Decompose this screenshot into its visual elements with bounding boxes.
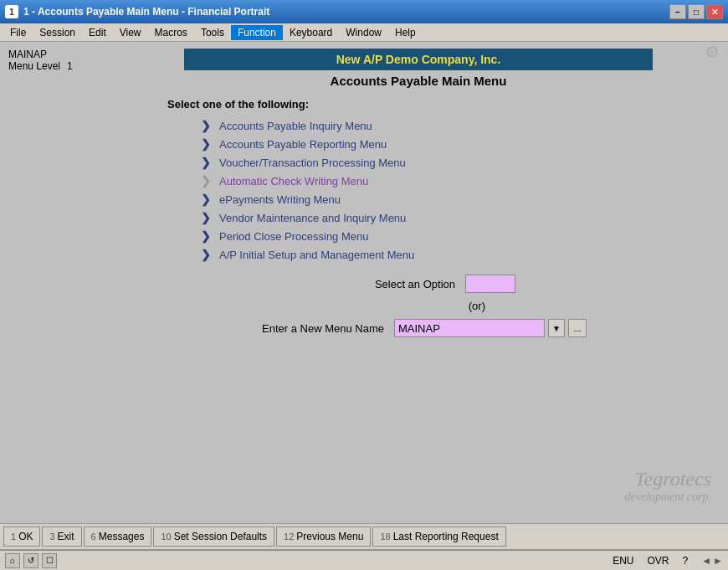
menu-name-input[interactable] [394,319,545,337]
menu-link[interactable]: Voucher/Transaction Processing Menu [219,157,406,169]
list-item[interactable]: ❯ Accounts Payable Inquiry Menu [201,119,720,132]
title-bar: 1 1 - Accounts Payable Main Menu - Finan… [0,0,728,23]
menu-view[interactable]: View [113,25,148,40]
status-mode: ENU [613,555,633,567]
list-item[interactable]: ❯ A/P Initial Setup and Management Menu [201,248,720,261]
status-ovr: OVR [648,555,669,567]
menu-link[interactable]: Accounts Payable Reporting Menu [219,138,387,151]
menu-level-row: Menu Level 1 [8,60,117,72]
menu-name-row: Enter a New Menu Name ▼ ... [250,319,587,337]
menu-keyboard[interactable]: Keyboard [283,25,339,40]
or-row: (or) [351,300,485,312]
list-item[interactable]: ❯ Accounts Payable Reporting Menu [201,137,720,151]
nav-right[interactable]: ► [713,555,723,567]
company-banner: New A/P Demo Company, Inc. [184,49,653,70]
menu-help[interactable]: Help [388,25,423,40]
watermark: Tegrotecs development corp. [625,468,711,503]
session-defaults-button[interactable]: 10 Set Session Defaults [153,526,274,547]
menu-bar: File Session Edit View Macros Tools Func… [0,23,728,42]
left-info: MAINAP Menu Level 1 [8,49,117,72]
window-title: 1 - Accounts Payable Main Menu - Financi… [23,6,269,18]
status-icon-3[interactable]: ☐ [42,553,57,568]
menu-link[interactable]: Accounts Payable Inquiry Menu [219,120,372,132]
chevron-icon: ❯ [201,137,214,151]
gear-icon: ⚙ [705,42,720,62]
last-reporting-button[interactable]: 18 Last Reporting Request [372,526,505,547]
menu-link[interactable]: Period Close Processing Menu [219,230,368,243]
list-item[interactable]: ❯ Voucher/Transaction Processing Menu [201,156,720,169]
menu-link[interactable]: ePayments Writing Menu [219,193,341,206]
chevron-icon: ❯ [201,156,214,169]
minimize-button[interactable]: − [669,4,686,19]
menu-items-list: ❯ Accounts Payable Inquiry Menu ❯ Accoun… [117,119,720,261]
dropdown-button[interactable]: ▼ [548,319,565,337]
menu-session[interactable]: Session [33,25,82,40]
previous-menu-button[interactable]: 12 Previous Menu [276,526,371,547]
list-item: ❯ Automatic Check Writing Menu [201,174,720,187]
menu-edit[interactable]: Edit [82,25,113,40]
window-controls: − □ ✕ [669,4,723,19]
menu-macros[interactable]: Macros [148,25,194,40]
list-item[interactable]: ❯ Period Close Processing Menu [201,229,720,243]
status-bar: ⌂ ↺ ☐ ENU OVR ? ◄ ► [0,550,728,570]
bottom-toolbar: 1 OK 3 Exit 6 Messages 10 Set Session De… [0,523,728,550]
exit-button[interactable]: 3 Exit [42,526,81,547]
chevron-icon: ❯ [201,229,214,243]
menu-link[interactable]: A/P Initial Setup and Management Menu [219,249,414,261]
menu-level-label: Menu Level [8,60,60,72]
menu-link[interactable]: Vendor Maintenance and Inquiry Menu [219,212,406,224]
main-content: MAINAP Menu Level 1 New A/P Demo Company… [0,42,728,523]
select-option-label: Select an Option [321,278,455,290]
chevron-icon: ❯ [201,248,214,261]
menu-name-input-group: ▼ ... [394,319,587,337]
list-item[interactable]: ❯ ePayments Writing Menu [201,193,720,206]
menu-tools[interactable]: Tools [194,25,231,40]
ok-button[interactable]: 1 OK [3,526,40,547]
chevron-icon: ❯ [201,193,214,206]
status-question: ? [683,555,689,567]
messages-button[interactable]: 6 Messages [84,526,152,547]
watermark-line1: Tegrotecs [625,468,711,490]
chevron-icon: ❯ [201,174,214,187]
menu-file[interactable]: File [3,25,33,40]
select-option-input[interactable] [465,275,515,293]
restore-button[interactable]: □ [688,4,705,19]
status-right: ENU OVR ? ◄ ► [613,555,723,567]
browse-button[interactable]: ... [568,319,587,337]
menu-name-label: Enter a New Menu Name [250,322,384,335]
chevron-icon: ❯ [201,211,214,224]
menu-window[interactable]: Window [339,25,388,40]
or-label: (or) [351,300,485,312]
select-option-row: Select an Option [321,275,515,293]
center-panel: New A/P Demo Company, Inc. Accounts Paya… [117,49,720,337]
watermark-line2: development corp. [625,490,711,503]
menu-level-value: 1 [67,60,73,72]
bottom-area: Select an Option (or) Enter a New Menu N… [250,275,587,337]
nav-arrows: ◄ ► [701,555,723,567]
menu-function[interactable]: Function [231,25,283,40]
close-button[interactable]: ✕ [706,4,723,19]
select-prompt: Select one of the following: [167,98,720,110]
status-icons: ⌂ ↺ ☐ [5,553,57,568]
menu-id-label: MAINAP [8,49,117,60]
menu-link-disabled: Automatic Check Writing Menu [219,175,368,187]
list-item[interactable]: ❯ Vendor Maintenance and Inquiry Menu [201,211,720,224]
menu-title: Accounts Payable Main Menu [331,74,507,88]
chevron-icon: ❯ [201,119,214,132]
status-icon-1[interactable]: ⌂ [5,553,20,568]
window-icon: 1 [5,5,18,18]
nav-left[interactable]: ◄ [701,555,711,567]
top-info: MAINAP Menu Level 1 New A/P Demo Company… [8,49,720,337]
company-name: New A/P Demo Company, Inc. [336,53,501,66]
status-icon-2[interactable]: ↺ [23,553,38,568]
